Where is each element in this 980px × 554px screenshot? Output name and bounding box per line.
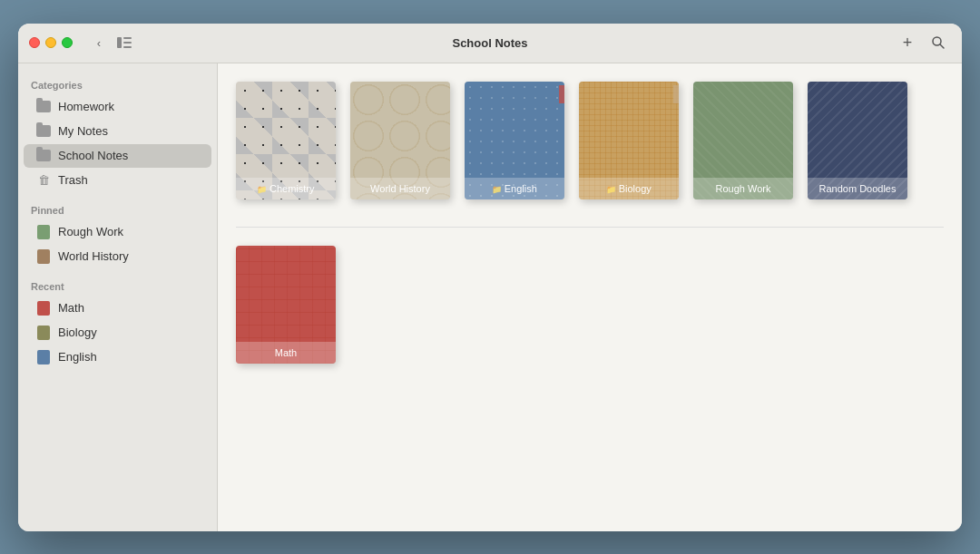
notebook-cover-rough-work: Rough Work (693, 82, 793, 199)
svg-rect-0 (117, 37, 122, 48)
titlebar-left: ‹ (29, 34, 136, 52)
sidebar-item-world-history[interactable]: World History (24, 245, 211, 268)
main-content: 📁 Chemistry World History (218, 63, 962, 531)
minimize-button[interactable] (45, 37, 56, 48)
notebook-cover-world-history: World History (350, 82, 450, 199)
section-separator (236, 227, 944, 228)
svg-rect-2 (123, 42, 132, 44)
svg-rect-3 (123, 46, 132, 48)
sidebar-item-label: World History (58, 249, 129, 263)
notebook-label-chemistry: 📁 Chemistry (236, 178, 336, 199)
notebook-chemistry[interactable]: 📁 Chemistry (236, 82, 336, 199)
titlebar: ‹ School Notes + (18, 24, 962, 63)
recent-label: Recent (18, 276, 217, 296)
notebook-cover-biology: 📁 Biology (579, 82, 679, 199)
pinned-label: Pinned (18, 199, 217, 219)
sidebar-item-english[interactable]: English (24, 345, 211, 369)
categories-label: Categories (18, 74, 217, 94)
sidebar-item-label: Math (58, 301, 84, 315)
notebook-world-history[interactable]: World History (350, 82, 450, 199)
sidebar-item-biology[interactable]: Biology (24, 321, 211, 345)
sidebar-item-label: My Notes (58, 124, 108, 138)
sidebar-item-label: Homework (58, 100, 114, 113)
sidebar: Categories Homework My Notes School Note… (18, 63, 218, 531)
back-button[interactable]: ‹ (87, 34, 111, 52)
notebook-label-random-doodles: Random Doodles (808, 178, 907, 199)
trash-icon: 🗑 (36, 173, 51, 188)
notebook-rough-work[interactable]: Rough Work (693, 82, 793, 199)
notebook-tab-biology (673, 85, 679, 103)
add-notebook-button[interactable]: + (895, 33, 920, 53)
sidebar-item-label: Rough Work (58, 225, 123, 238)
sidebar-toggle-button[interactable] (113, 34, 136, 52)
english-icon (36, 350, 51, 364)
app-body: Categories Homework My Notes School Note… (18, 63, 962, 531)
search-button[interactable] (926, 33, 951, 53)
traffic-lights (29, 37, 73, 48)
notebook-english[interactable]: 📁 English (465, 82, 564, 199)
notebook-cover-english: 📁 English (465, 82, 564, 199)
sidebar-item-label: Biology (58, 326, 97, 339)
close-button[interactable] (29, 37, 40, 48)
rough-work-icon (36, 225, 51, 239)
sidebar-item-homework[interactable]: Homework (24, 95, 211, 119)
notebook-label-math: Math (236, 342, 336, 364)
titlebar-right: + (895, 33, 951, 53)
sidebar-item-rough-work[interactable]: Rough Work (24, 220, 211, 244)
notebooks-grid: 📁 Chemistry World History (236, 82, 944, 199)
sidebar-item-math[interactable]: Math (24, 296, 211, 320)
notebook-cover-random-doodles: Random Doodles (808, 82, 907, 199)
recent-notebooks-grid: Math (236, 246, 944, 364)
folder-icon (36, 100, 51, 114)
sidebar-item-school-notes[interactable]: School Notes (24, 144, 211, 168)
nav-buttons: ‹ (87, 34, 136, 52)
folder-icon (36, 124, 51, 139)
notebook-cover-math: Math (236, 246, 336, 364)
sidebar-item-label: School Notes (58, 149, 128, 162)
notebook-label-world-history: World History (350, 178, 450, 199)
notebook-label-rough-work: Rough Work (693, 178, 793, 199)
maximize-button[interactable] (62, 37, 73, 48)
notebook-tab-english (559, 85, 564, 103)
notebook-cover-chemistry: 📁 Chemistry (236, 82, 336, 199)
window-title: School Notes (452, 36, 527, 50)
sidebar-item-label: Trash (58, 173, 88, 187)
sidebar-item-my-notes[interactable]: My Notes (24, 120, 211, 143)
notebook-random-doodles[interactable]: Random Doodles (808, 82, 907, 199)
sidebar-item-trash[interactable]: 🗑 Trash (24, 169, 211, 192)
sidebar-item-label: English (58, 350, 97, 364)
notebook-math[interactable]: Math (236, 246, 336, 364)
svg-rect-1 (123, 37, 132, 39)
biology-icon (36, 326, 51, 340)
notebook-label-english: 📁 English (465, 178, 564, 199)
folder-icon (36, 149, 51, 163)
world-history-icon (36, 249, 51, 264)
math-icon (36, 301, 51, 316)
notebook-biology[interactable]: 📁 Biology (579, 82, 679, 199)
svg-line-5 (940, 44, 944, 48)
app-window: ‹ School Notes + (18, 24, 962, 531)
notebook-label-biology: 📁 Biology (579, 178, 679, 199)
